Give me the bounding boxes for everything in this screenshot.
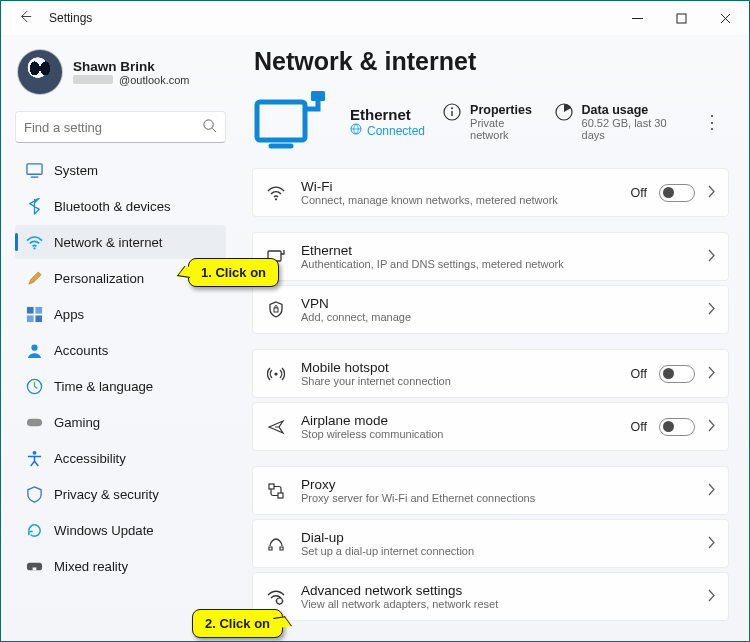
wifi-toggle-label: Off [631,186,647,200]
ethernet-card[interactable]: Ethernet Authentication, IP and DNS sett… [252,232,729,281]
person-icon [25,341,43,359]
main-content: Network & internet Ethernet Connected [236,35,749,641]
sidebar-item-gaming[interactable]: Gaming [15,405,226,439]
vpn-card[interactable]: VPN Add, connect, manage [252,285,729,334]
sidebar-item-mixed-reality[interactable]: Mixed reality [15,549,226,583]
sidebar-item-label: Apps [54,307,84,322]
proxy-icon [265,482,287,500]
sidebar-item-privacy[interactable]: Privacy & security [15,477,226,511]
wifi-icon [25,233,43,251]
apps-icon [25,305,43,323]
svg-rect-24 [269,484,274,489]
sidebar-item-label: Personalization [54,271,144,286]
svg-rect-22 [274,308,278,312]
more-options-button[interactable]: ⋮ [697,117,727,127]
svg-point-18 [451,107,453,109]
advanced-network-card[interactable]: Advanced network settings View all netwo… [252,572,729,621]
sidebar-item-label: Network & internet [54,235,162,250]
sidebar-item-label: Accessibility [54,451,126,466]
chevron-right-icon [707,483,716,499]
svg-point-1 [204,120,213,129]
wifi-toggle[interactable] [659,184,695,202]
minimize-button[interactable] [615,1,659,35]
properties-button[interactable]: Properties Private network [443,103,533,141]
sidebar-item-accessibility[interactable]: Accessibility [15,441,226,475]
advanced-network-icon [265,588,287,606]
airplane-toggle[interactable] [659,418,695,436]
proxy-card[interactable]: Proxy Proxy server for Wi-Fi and Etherne… [252,466,729,515]
data-usage-icon [555,103,573,124]
ethernet-monitor-icon [254,90,332,154]
svg-point-3 [33,247,35,249]
svg-rect-4 [26,306,33,313]
sidebar-item-bluetooth[interactable]: Bluetooth & devices [15,189,226,223]
svg-point-26 [277,598,283,604]
accessibility-icon [25,449,43,467]
chevron-right-icon [707,249,716,265]
back-button[interactable] [11,9,39,27]
page-title: Network & internet [254,47,729,76]
chevron-right-icon [707,366,716,382]
profile-name: Shawn Brink [73,59,189,74]
svg-rect-0 [677,14,686,23]
svg-point-8 [31,344,37,350]
svg-rect-5 [35,306,42,313]
window-title: Settings [49,11,92,25]
sidebar-item-label: Gaming [54,415,100,430]
svg-point-11 [32,450,36,454]
connection-hero: Ethernet Connected Properties Private ne… [252,88,729,168]
mobile-hotspot-card[interactable]: Mobile hotspot Share your internet conne… [252,349,729,398]
paintbrush-icon [25,269,43,287]
hero-status: Connected [350,123,425,138]
hero-title: Ethernet [350,106,425,123]
globe-connected-icon [350,123,362,138]
sidebar-item-accounts[interactable]: Accounts [15,333,226,367]
wifi-card[interactable]: Wi-Fi Connect, manage known networks, me… [252,168,729,217]
update-icon [25,521,43,539]
svg-rect-6 [26,315,33,322]
system-icon [25,161,43,179]
vpn-shield-icon [265,301,287,319]
search-input-wrapper[interactable] [15,111,226,143]
chevron-right-icon [707,419,716,435]
sidebar-item-label: Bluetooth & devices [54,199,171,214]
hotspot-toggle[interactable] [659,365,695,383]
sidebar-item-apps[interactable]: Apps [15,297,226,331]
svg-rect-13 [32,567,36,570]
sidebar: Shawn Brink @outlook.com System Bluetoot… [1,35,236,641]
hotspot-icon [265,365,287,383]
svg-rect-25 [278,493,283,498]
sidebar-item-windows-update[interactable]: Windows Update [15,513,226,547]
annotation-callout-1: 1. Click on [188,258,279,287]
svg-rect-14 [257,102,305,140]
info-icon [443,103,461,124]
avatar [17,49,63,95]
sidebar-item-label: Windows Update [54,523,154,538]
globe-clock-icon [25,377,43,395]
maximize-button[interactable] [659,1,703,35]
close-button[interactable] [703,1,747,35]
search-input[interactable] [24,120,202,135]
sidebar-item-system[interactable]: System [15,153,226,187]
profile-email: @outlook.com [73,74,189,86]
svg-rect-15 [311,91,325,101]
airplane-mode-card[interactable]: Airplane mode Stop wireless communicatio… [252,402,729,451]
sidebar-item-time-language[interactable]: Time & language [15,369,226,403]
airplane-icon [265,418,287,436]
profile[interactable]: Shawn Brink @outlook.com [15,43,226,107]
email-user-redacted [73,75,113,84]
gamepad-icon [25,413,43,431]
svg-rect-10 [26,418,41,426]
sidebar-item-network[interactable]: Network & internet [15,225,226,259]
chevron-right-icon [707,589,716,605]
sidebar-nav: System Bluetooth & devices Network & int… [15,153,226,583]
titlebar: Settings [1,1,749,35]
chevron-right-icon [707,536,716,552]
bluetooth-icon [25,197,43,215]
sidebar-item-label: System [54,163,98,178]
sidebar-item-label: Time & language [54,379,153,394]
dialup-card[interactable]: Dial-up Set up a dial-up internet connec… [252,519,729,568]
data-usage-button[interactable]: Data usage 60.52 GB, last 30 days [555,103,675,141]
svg-point-23 [274,372,277,375]
chevron-right-icon [707,302,716,318]
